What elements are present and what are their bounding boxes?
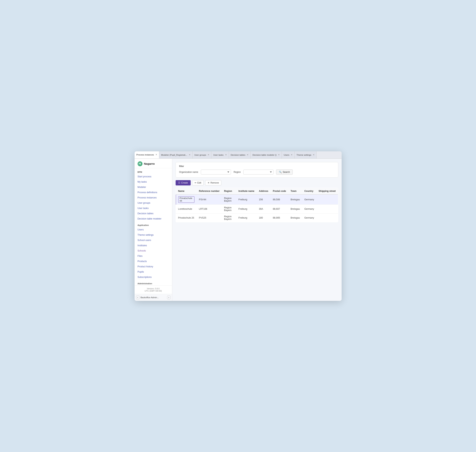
- tab-label: Decision table modeler (): [252, 154, 277, 156]
- cell-region: Region Bayern: [222, 205, 236, 213]
- sidebar-item-process-definitions[interactable]: Process definitions: [135, 190, 172, 195]
- cell-region: Region Bayern: [222, 213, 236, 222]
- close-icon[interactable]: ✕: [291, 154, 292, 156]
- cell-postal: 89,506: [271, 194, 288, 205]
- sidebar-item-subscriptions[interactable]: Subscriptions: [135, 274, 172, 280]
- col-address: Address: [257, 188, 271, 194]
- cell-ref: LRT106: [197, 205, 222, 213]
- col-institute-name: Institute name: [236, 188, 257, 194]
- region-label: Region: [234, 171, 241, 173]
- main-layout: Nagarro BPM Start process My tasks Model…: [135, 159, 342, 301]
- close-icon[interactable]: ✕: [189, 154, 191, 156]
- sidebar-item-school-users[interactable]: School users: [135, 238, 172, 243]
- content-area: filter Organization name Region 🔍 Search: [172, 159, 342, 301]
- table-row[interactable]: Privatschule 25 PVS25 Region Bayern Frei…: [176, 213, 338, 222]
- cell-address: 180: [257, 213, 271, 222]
- region-select[interactable]: [243, 170, 273, 174]
- logout-button[interactable]: ›: [167, 296, 171, 299]
- application-section-label: Application: [135, 221, 172, 227]
- col-postal-code: Postal code: [271, 188, 288, 194]
- create-label: Create: [181, 181, 188, 184]
- cell-town: Breisgau: [288, 194, 302, 205]
- tab-user-tasks[interactable]: User tasks ✕: [211, 151, 229, 159]
- col-name: Name: [176, 188, 197, 194]
- cell-shipping: [316, 205, 338, 213]
- cell-institute: Freiburg: [236, 213, 257, 222]
- bpm-section-label: BPM: [135, 168, 172, 174]
- cell-postal: 88,905: [271, 213, 288, 222]
- sidebar-footer: Version: 0.8.0 UTC (GMT+00:00): [135, 286, 172, 294]
- utc-text: UTC (GMT+00:00): [138, 290, 169, 292]
- tab-process-instances[interactable]: Process instances ✕: [135, 151, 159, 159]
- close-icon[interactable]: ✕: [247, 154, 248, 156]
- sidebar-item-schools[interactable]: Schools: [135, 248, 172, 253]
- sidebar-item-institutes[interactable]: Institutes: [135, 243, 172, 248]
- filter-title: filter: [179, 165, 335, 167]
- cell-address: 156: [257, 194, 271, 205]
- edit-label: Edit: [198, 181, 201, 184]
- cell-country: Germany: [302, 194, 316, 205]
- search-button[interactable]: 🔍 Search: [276, 169, 293, 175]
- cell-town: Breisgau: [288, 213, 302, 222]
- sidebar-item-decision-tables[interactable]: Decision tables: [135, 211, 172, 216]
- table-row[interactable]: Lorettoschule LRT106 Region Bayern Freib…: [176, 205, 338, 213]
- cell-shipping: [316, 194, 338, 205]
- version-text: Version: 0.8.0: [138, 287, 169, 290]
- cell-ref: PSV44: [197, 194, 222, 205]
- app-name: Nagarro: [144, 162, 155, 165]
- sidebar-item-process-instances[interactable]: Process instances: [135, 195, 172, 200]
- tab-label: Decision tables: [231, 154, 245, 156]
- toolbar: ☷ Create ✏ Edit ✕ Remove: [176, 180, 338, 186]
- schools-table: Name Reference number Region Institute n…: [176, 188, 338, 222]
- table-header-row: Name Reference number Region Institute n…: [176, 188, 338, 194]
- tab-decision-tables[interactable]: Decision tables ✕: [229, 151, 251, 159]
- col-region: Region: [222, 188, 236, 194]
- browser-window: Process instances ✕ Modeler (Pupil_Regis…: [135, 151, 342, 301]
- tab-theme-settings[interactable]: Theme settings ✕: [295, 151, 317, 159]
- cell-institute: Freiburg: [236, 205, 257, 213]
- logo-icon: [138, 161, 142, 166]
- sidebar-logo: Nagarro: [135, 159, 172, 168]
- close-icon[interactable]: ✕: [313, 154, 315, 156]
- sidebar-item-modeler[interactable]: Modeler: [135, 185, 172, 190]
- close-icon[interactable]: ✕: [278, 154, 280, 156]
- sidebar-item-files[interactable]: Files: [135, 253, 172, 259]
- create-button[interactable]: ☷ Create: [176, 180, 191, 186]
- sidebar-item-products[interactable]: Products: [135, 259, 172, 264]
- cell-ref: PVS25: [197, 213, 222, 222]
- sidebar-item-decision-table-modeler[interactable]: Decision table modeler: [135, 216, 172, 221]
- sidebar-user-bar: ‹ Backoffice Admin... ›: [135, 294, 172, 301]
- col-reference-number: Reference number: [197, 188, 222, 194]
- tab-modeler[interactable]: Modeler (Pupil_Registrati... ✕: [159, 151, 192, 159]
- cell-town: Breisgau: [288, 205, 302, 213]
- close-icon[interactable]: ✕: [155, 153, 157, 156]
- sidebar-item-start-process[interactable]: Start process: [135, 174, 172, 179]
- table-row[interactable]: Privatschule 44 PSV44 Region Bayern Frei…: [176, 194, 338, 205]
- tab-decision-table-modeler[interactable]: Decision table modeler () ✕: [251, 151, 282, 159]
- col-country: Country: [302, 188, 316, 194]
- sidebar-item-my-tasks[interactable]: My tasks: [135, 179, 172, 185]
- tab-users[interactable]: Users ✕: [282, 151, 295, 159]
- close-icon[interactable]: ✕: [208, 154, 209, 156]
- collapse-sidebar-button[interactable]: ‹: [136, 296, 139, 299]
- remove-button[interactable]: ✕ Remove: [205, 180, 221, 186]
- sidebar-item-user-groups[interactable]: User groups: [135, 200, 172, 206]
- cell-shipping: [316, 213, 338, 222]
- tab-label: Modeler (Pupil_Registrati...: [161, 154, 187, 156]
- remove-icon: ✕: [208, 181, 210, 184]
- sidebar-item-users[interactable]: Users: [135, 227, 172, 232]
- sidebar-item-product-history[interactable]: Product history: [135, 264, 172, 269]
- sidebar-item-pupils[interactable]: Pupils: [135, 269, 172, 274]
- close-icon[interactable]: ✕: [225, 154, 227, 156]
- edit-icon: ✏: [195, 181, 197, 184]
- tab-label: User groups: [194, 154, 206, 156]
- sidebar-item-theme-settings[interactable]: Theme settings: [135, 232, 172, 238]
- cell-country: Germany: [302, 205, 316, 213]
- sidebar-item-user-tasks[interactable]: User tasks: [135, 206, 172, 211]
- edit-button[interactable]: ✏ Edit: [192, 180, 204, 186]
- cell-address: 39A: [257, 205, 271, 213]
- filter-section: filter Organization name Region 🔍 Search: [176, 162, 338, 178]
- tab-user-groups[interactable]: User groups ✕: [192, 151, 212, 159]
- org-name-select[interactable]: [201, 170, 231, 174]
- filter-row: Organization name Region 🔍 Search: [179, 169, 335, 175]
